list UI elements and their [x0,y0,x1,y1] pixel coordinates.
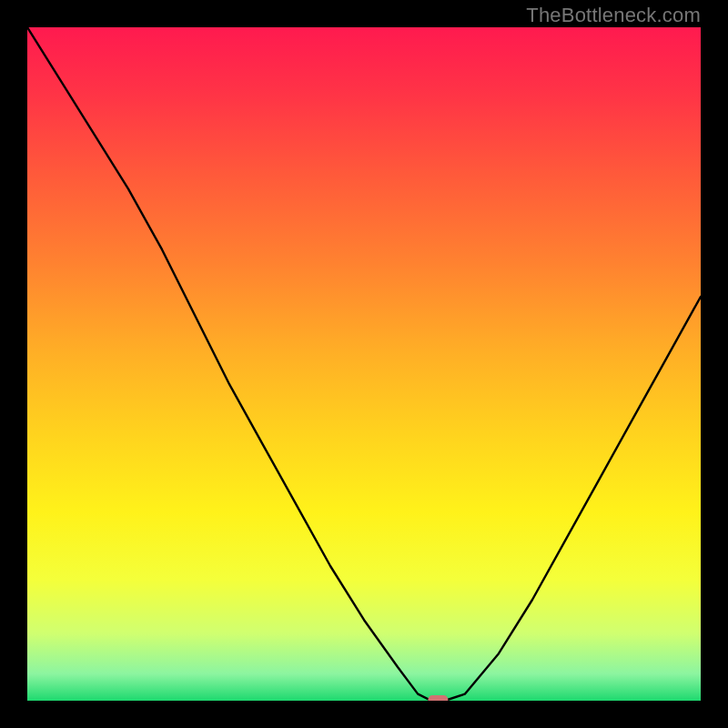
plot-area [27,27,701,701]
watermark-text: TheBottleneck.com [526,4,701,27]
chart-container: TheBottleneck.com [0,0,728,728]
gradient-background [27,27,701,701]
optimal-marker [428,695,448,701]
bottleneck-chart [27,27,701,701]
